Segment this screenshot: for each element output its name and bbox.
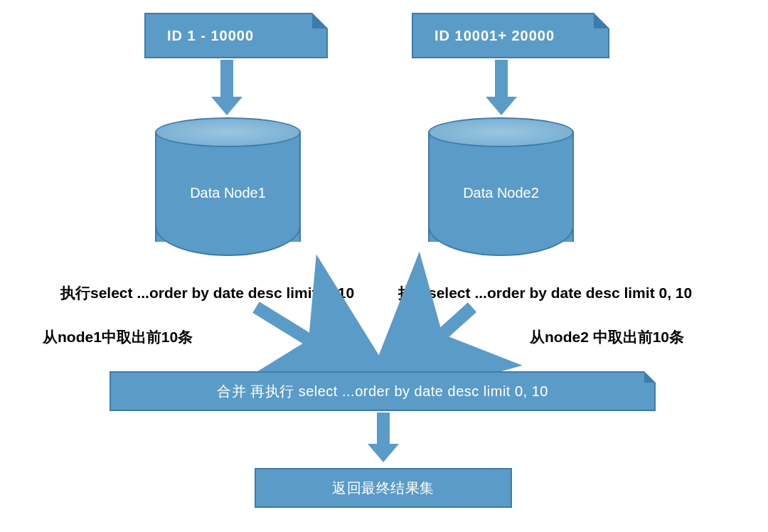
diagram-stage: ID 1 - 10000 ID 10001+ 20000 Data Node1 …: [0, 0, 768, 532]
id-range-left-label: ID 1 - 10000: [167, 28, 254, 44]
arrow-diagonal-left-icon: [256, 307, 341, 360]
fold-corner-icon: [595, 14, 608, 27]
fold-corner-icon: [314, 14, 326, 27]
arrow-down-icon: [495, 60, 508, 100]
exec-caption-left: 执行select ...order by date desc limit 0, …: [60, 283, 354, 303]
id-range-box-right: ID 10001+ 20000: [412, 13, 609, 58]
cylinder-bottom: [155, 226, 301, 256]
arrow-down-icon: [220, 60, 233, 100]
take-caption-right: 从node2 中取出前10条: [530, 327, 684, 347]
data-node-left-label: Data Node1: [155, 185, 301, 201]
exec-caption-right: 执行select ...order by date desc limit 0, …: [398, 283, 692, 303]
take-caption-left: 从node1中取出前10条: [43, 327, 193, 347]
id-range-box-left: ID 1 - 10000: [144, 13, 328, 58]
arrow-down-icon: [377, 413, 390, 447]
result-label: 返回最终结果集: [332, 479, 434, 498]
merge-step-bar: 合并 再执行 select ...order by date desc limi…: [110, 371, 656, 411]
cylinder-top: [155, 117, 301, 147]
cylinder-bottom: [428, 226, 574, 256]
arrow-diagonal-right-icon: [414, 307, 472, 360]
data-node-right-label: Data Node2: [428, 185, 574, 201]
id-range-right-label: ID 10001+ 20000: [434, 28, 555, 44]
result-bar: 返回最终结果集: [255, 468, 512, 508]
data-node-left: Data Node1: [155, 117, 301, 256]
merge-step-label: 合并 再执行 select ...order by date desc limi…: [217, 382, 548, 401]
cylinder-top: [428, 117, 574, 147]
data-node-right: Data Node2: [428, 117, 574, 256]
